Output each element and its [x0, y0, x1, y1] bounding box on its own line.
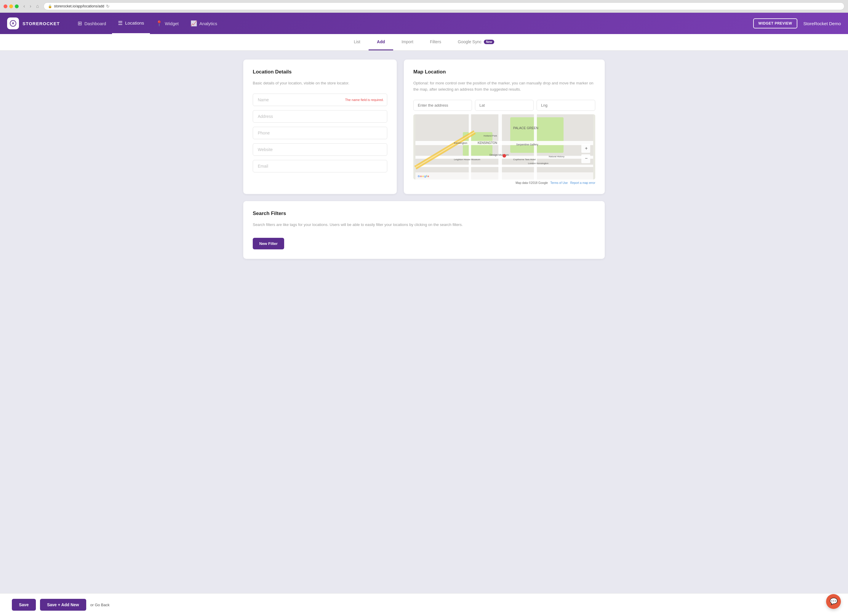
location-details-title: Location Details: [253, 69, 387, 75]
brand-name: STOREROCKET: [22, 21, 60, 26]
svg-text:London Kensington: London Kensington: [528, 162, 549, 165]
analytics-icon: 📈: [191, 20, 197, 27]
chat-icon: 💬: [830, 598, 838, 605]
logo-area: STOREROCKET: [7, 18, 60, 29]
widget-icon: 📍: [156, 20, 162, 27]
lat-input[interactable]: [475, 100, 534, 111]
tab-add[interactable]: Add: [369, 34, 393, 50]
sub-tabs: List Add Import Filters Google Sync New: [0, 34, 848, 50]
nav-locations-label: Locations: [125, 21, 144, 25]
svg-text:Natural History: Natural History: [549, 155, 565, 158]
tab-list[interactable]: List: [345, 34, 369, 50]
svg-text:G: G: [418, 175, 420, 178]
svg-point-22: [503, 154, 506, 158]
svg-text:Serpentine Gallery: Serpentine Gallery: [516, 143, 538, 146]
map-location-card: Map Location Optional: for more control …: [404, 59, 605, 194]
map-data-text: Map data ©2018 Google: [516, 181, 548, 185]
new-filter-button[interactable]: New Filter: [253, 238, 284, 249]
traffic-lights: [4, 4, 19, 8]
nav-dashboard-label: Dashboard: [85, 21, 106, 26]
svg-text:Holland Park: Holland Park: [483, 135, 498, 137]
email-field-group: [253, 160, 387, 172]
svg-text:o: o: [420, 175, 422, 178]
browser-navigation: ‹ › ⌂: [22, 3, 41, 9]
svg-text:Copthorne Tara Hotel: Copthorne Tara Hotel: [513, 158, 536, 161]
map-location-description: Optional: for more control over the posi…: [413, 80, 595, 93]
search-filters-title: Search Filters: [253, 210, 595, 216]
lock-icon: 🔒: [48, 4, 52, 8]
lng-input[interactable]: [537, 100, 595, 111]
email-input[interactable]: [253, 160, 387, 172]
svg-rect-8: [534, 114, 537, 179]
address-field-group: [253, 110, 387, 123]
svg-rect-4: [415, 141, 593, 145]
svg-text:−: −: [585, 156, 587, 161]
terms-of-use-link[interactable]: Terms of Use: [550, 181, 568, 185]
nav-widget[interactable]: 📍 Widget: [150, 13, 185, 34]
svg-text:g: g: [424, 175, 426, 178]
name-error: The name field is required.: [345, 98, 384, 102]
tab-google-sync-label: Google Sync: [458, 39, 482, 44]
svg-text:+: +: [585, 146, 587, 151]
svg-rect-27: [415, 172, 593, 179]
browser-chrome: ‹ › ⌂ 🔒 storerocket.io/app/locations/add…: [0, 0, 848, 13]
maximize-traffic-light[interactable]: [15, 4, 19, 8]
tab-import-label: Import: [402, 39, 413, 44]
dashboard-icon: ⊞: [78, 20, 82, 27]
refresh-button[interactable]: ↻: [106, 4, 110, 9]
minimize-traffic-light[interactable]: [9, 4, 13, 8]
main-navbar: STOREROCKET ⊞ Dashboard ☰ Locations 📍 Wi…: [0, 13, 848, 34]
svg-text:Kensington: Kensington: [454, 142, 467, 145]
location-details-card: Location Details Basic details of your l…: [243, 59, 397, 194]
website-field-group: [253, 143, 387, 156]
map-location-title: Map Location: [413, 69, 595, 75]
nav-widget-label: Widget: [165, 21, 179, 26]
tab-list-label: List: [354, 39, 360, 44]
phone-input[interactable]: [253, 127, 387, 139]
tab-filters-label: Filters: [430, 39, 441, 44]
nav-analytics-label: Analytics: [199, 21, 217, 26]
locations-menu-icon: ☰: [118, 20, 123, 27]
nav-dashboard[interactable]: ⊞ Dashboard: [72, 13, 112, 34]
user-name: StoreRocket Demo: [803, 21, 841, 26]
home-button[interactable]: ⌂: [34, 3, 41, 9]
nav-locations[interactable]: ☰ Locations: [112, 13, 150, 34]
forward-button[interactable]: ›: [28, 3, 33, 9]
svg-text:KENSINGTON: KENSINGTON: [477, 141, 497, 145]
tab-import[interactable]: Import: [393, 34, 422, 50]
nav-analytics[interactable]: 📈 Analytics: [185, 13, 223, 34]
phone-field-group: [253, 127, 387, 139]
svg-rect-6: [415, 165, 593, 167]
address-input[interactable]: [253, 110, 387, 123]
tab-google-sync[interactable]: Google Sync New: [449, 34, 503, 50]
page-content: Location Details Basic details of your l…: [231, 50, 617, 299]
svg-rect-9: [469, 114, 471, 179]
save-button[interactable]: Save: [12, 599, 36, 611]
new-badge: New: [484, 40, 494, 44]
svg-text:e: e: [428, 175, 429, 178]
map-container[interactable]: PALACE GREEN KENSINGTON Serpentine Galle…: [413, 114, 595, 179]
widget-preview-button[interactable]: WIDGET PREVIEW: [753, 18, 798, 28]
website-input[interactable]: [253, 143, 387, 156]
svg-rect-7: [498, 114, 502, 179]
go-back-link[interactable]: or Go Back: [90, 603, 110, 607]
map-footer: Map data ©2018 Google Terms of Use Repor…: [413, 181, 595, 185]
tab-filters[interactable]: Filters: [422, 34, 449, 50]
url-text: storerocket.io/app/locations/add: [54, 4, 104, 8]
close-traffic-light[interactable]: [4, 4, 7, 8]
top-cards-row: Location Details Basic details of your l…: [243, 59, 605, 194]
bottom-bar: Save Save + Add New or Go Back: [0, 593, 848, 616]
address-bar[interactable]: 🔒 storerocket.io/app/locations/add ↻: [43, 2, 844, 10]
back-button[interactable]: ‹: [22, 3, 27, 9]
chat-bubble-button[interactable]: 💬: [826, 594, 841, 609]
save-add-new-button[interactable]: Save + Add New: [40, 599, 86, 611]
svg-rect-1: [415, 114, 593, 179]
tab-add-label: Add: [377, 39, 385, 44]
name-field-group: The name field is required.: [253, 93, 387, 106]
report-map-error-link[interactable]: Report a map error: [570, 181, 595, 185]
logo-icon: [7, 18, 19, 29]
map-inputs: [413, 100, 595, 111]
search-filters-card: Search Filters Search filters are like t…: [243, 201, 605, 259]
map-address-input[interactable]: [413, 100, 472, 111]
svg-text:o: o: [422, 175, 424, 178]
